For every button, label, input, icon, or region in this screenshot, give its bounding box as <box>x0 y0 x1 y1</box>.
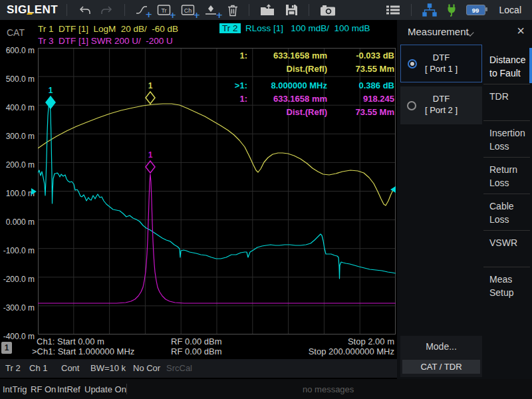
status-divider <box>126 384 127 394</box>
marker-diamond-tr2[interactable] <box>46 96 55 108</box>
menu-item-insertion-loss[interactable]: Insertion Loss <box>483 121 530 158</box>
menu-item-distance-to-fault[interactable]: Distance to Fault <box>483 48 530 84</box>
y-axis-label: 200.0 m <box>0 161 35 170</box>
radio-selected-icon[interactable] <box>408 59 417 68</box>
trace3-legend[interactable]: Tr 3 DTF [1] SWR 200 U/ -200 U <box>38 36 173 46</box>
add-channel-icon-label: Ch <box>184 7 192 14</box>
y-axis-label: 600.0 m <box>0 47 35 55</box>
marker-label-tr1: 1 <box>148 81 153 90</box>
status-item[interactable]: Ch 1 <box>29 363 47 373</box>
trace1-legend[interactable]: Tr 1 DTF [1] LogM 20 dB/ -60 dB <box>38 24 178 34</box>
mode-label: CAT <box>7 27 25 38</box>
trace2-ref-level-arrow-left[interactable] <box>31 188 37 195</box>
toolbar-separator <box>124 4 125 16</box>
y-axis-label: -300.0 m <box>0 304 35 313</box>
stop-value: Stop 200.000000 MHz <box>309 346 394 356</box>
trace2-ref-level-arrow-right[interactable] <box>390 186 396 193</box>
add-channel-icon[interactable]: Ch + <box>181 4 196 16</box>
recall-folder-icon[interactable] <box>260 4 276 17</box>
add-marker-icon[interactable]: + <box>205 4 218 16</box>
measurement-menu: Distance to FaultTDRInsertion LossReturn… <box>483 48 530 304</box>
toolbar-separator <box>411 4 412 16</box>
add-limit-curve-icon[interactable]: + <box>136 5 148 15</box>
screenshot-icon[interactable] <box>320 5 336 16</box>
toolbar: SIGLENT + Tr + Ch + + <box>0 0 532 20</box>
battery-status-icon: 99 <box>466 5 485 15</box>
mode-panel: Mode... CAT / TDR <box>400 336 482 377</box>
y-axis-label: 100.0 m <box>0 190 35 198</box>
y-axis-label: 0.000 m <box>0 218 35 227</box>
plus-badge: + <box>193 11 200 19</box>
sna-screen: SIGLENT + Tr + Ch + + <box>0 0 532 399</box>
plus-badge: + <box>169 11 176 19</box>
marker-readout-row: Dist.(Refl)73.55 Mm <box>219 64 394 77</box>
status-item[interactable]: No Cor <box>133 363 160 373</box>
local-remote-button[interactable]: Local <box>499 5 521 15</box>
siglent-logo: SIGLENT <box>7 3 58 17</box>
redo-icon[interactable] <box>100 5 114 15</box>
close-icon[interactable]: × <box>517 22 525 39</box>
channel-badge[interactable]: 1 <box>1 342 12 354</box>
rf-power: RF 0.00 dBm <box>171 346 222 356</box>
plus-badge: + <box>215 11 223 19</box>
channel-row-frequency: >Ch1: Start 1.000000 MHz RF 0.00 dBm Sto… <box>0 346 397 356</box>
trace-info-bar: CAT Tr 1 DTF [1] LogM 20 dB/ -60 dB Tr 2… <box>0 20 397 48</box>
y-axis-labels: 600.0 m500.0 m400.0 m300.0 m200.0 m100.0… <box>0 48 35 335</box>
delete-icon[interactable] <box>227 4 238 17</box>
trace2-legend[interactable]: Tr 2 RLoss [1] 100 mdB/ 100 mdB <box>219 23 370 33</box>
menu-item-cable-loss[interactable]: Cable Loss <box>483 194 530 231</box>
save-icon[interactable] <box>285 4 298 16</box>
system-status-item: Update On <box>84 384 126 394</box>
status-item[interactable]: Tr 2 <box>5 363 21 373</box>
lan-status-icon[interactable] <box>422 3 437 17</box>
y-axis-label: 400.0 m <box>0 104 35 112</box>
sidebar-title[interactable]: Measurement <box>408 26 469 37</box>
system-status-item: IntRef <box>57 384 80 394</box>
cat-tdr-mode-button[interactable]: CAT / TDR <box>402 360 480 374</box>
menu-item-meas-setup[interactable]: Meas Setup <box>483 267 530 304</box>
status-item[interactable]: BW=10 k <box>90 363 126 373</box>
marker-readout-row: 1:633.1658 mm-0.033 dB <box>219 51 394 64</box>
marker-readout-row: >1:8.000000 MHz0.386 dB <box>219 80 394 94</box>
channel-row-distance: Ch1: Start 0.00 m RF 0.00 dBm Stop 2.00 … <box>0 336 397 346</box>
toolbar-separator <box>66 4 67 16</box>
trace-status-bar: Tr 2Ch 1ContBW=10 kNo CorSrcCal <box>0 359 397 378</box>
undo-icon[interactable] <box>78 5 91 15</box>
marker-label-tr2: 1 <box>49 86 53 95</box>
menu-item-return-loss[interactable]: Return Loss <box>483 158 530 194</box>
channel-info: Ch1: Start 0.00 m RF 0.00 dBm Stop 2.00 … <box>0 336 397 358</box>
menu-list-icon[interactable] <box>386 5 400 15</box>
add-trace-icon-label: Tr <box>162 7 167 14</box>
marker-readout: 1:633.1658 mm-0.033 dBDist.(Refl)73.55 M… <box>219 51 394 120</box>
battery-level: 99 <box>472 7 479 14</box>
power-status-icon[interactable] <box>446 3 457 17</box>
marker-label-tr3: 1 <box>148 150 153 160</box>
dtf-port-option-1[interactable]: DTF[ Port 1 ] <box>400 45 482 82</box>
status-item[interactable]: Cont <box>61 363 79 373</box>
mode-label: Mode... <box>400 341 482 352</box>
sidebar-header: Measurement × <box>397 20 532 43</box>
stop-value: Stop 2.00 m <box>348 336 394 346</box>
active-trace-chip[interactable]: Tr 2 <box>219 23 241 33</box>
system-status-item: RF On <box>31 384 56 394</box>
toolbar-separator <box>249 4 249 16</box>
system-status-item: IntTrig <box>3 384 27 394</box>
menu-item-tdr[interactable]: TDR <box>483 84 530 121</box>
y-axis-label: -200.0 m <box>0 275 35 284</box>
dtf-port-option-2[interactable]: DTF[ Port 2 ] <box>400 86 482 124</box>
start-value: Ch1: Start 0.00 m <box>37 336 104 346</box>
toolbar-separator <box>309 4 309 16</box>
plus-badge: + <box>145 10 152 19</box>
y-axis-label: 500.0 m <box>0 75 35 84</box>
start-value: >Ch1: Start 1.000000 MHz <box>32 346 134 356</box>
rf-power: RF 0.00 dBm <box>171 336 222 346</box>
system-status-bar: no messages IntTrigRF OnIntRefUpdate On <box>0 379 532 399</box>
marker-diamond-tr1[interactable] <box>146 92 155 104</box>
status-item[interactable]: SrcCal <box>166 363 192 373</box>
y-axis-label: 300.0 m <box>0 132 35 141</box>
radio-unselected-icon[interactable] <box>407 101 416 110</box>
add-trace-icon[interactable]: Tr + <box>157 4 172 16</box>
menu-item-vswr[interactable]: VSWR <box>483 231 530 267</box>
marker-readout-row: Dist.(Refl)73.55 Mm <box>219 107 394 120</box>
message-area: no messages <box>303 384 354 394</box>
